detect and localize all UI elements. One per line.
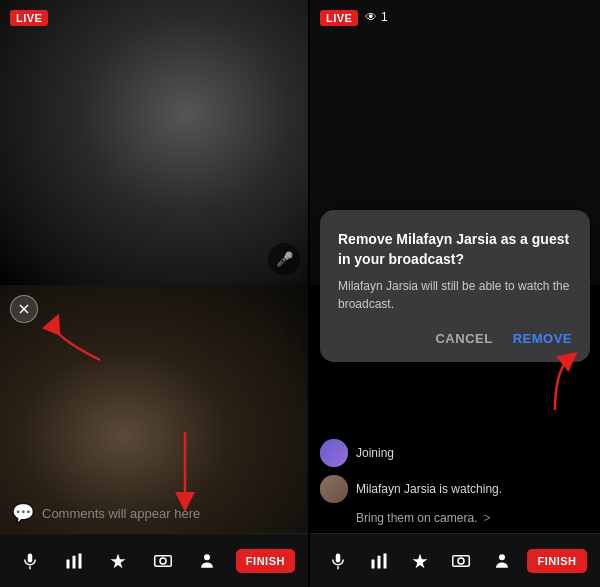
- chat-item-watching: Milafayn Jarsia is watching.: [320, 475, 590, 503]
- svg-rect-2: [28, 553, 33, 562]
- avatar-watching: [320, 475, 348, 503]
- svg-rect-5: [73, 555, 76, 568]
- toolbar-left: FINISH: [0, 533, 310, 587]
- svg-point-9: [204, 554, 210, 560]
- effects-toolbar-icon-left[interactable]: [103, 546, 133, 576]
- svg-point-18: [458, 558, 464, 564]
- right-panel: LIVE 👁 1 ✕ Remove Milafayn Jarsia as a g…: [310, 0, 600, 587]
- comment-bar: 💬 Comments will appear here: [0, 493, 310, 533]
- mic-toolbar-icon-left[interactable]: [15, 546, 45, 576]
- svg-rect-12: [336, 553, 341, 562]
- stats-toolbar-icon-right[interactable]: [364, 546, 394, 576]
- bring-on-camera-text: Bring them on camera.: [356, 511, 477, 525]
- video-bg: [0, 0, 310, 285]
- left-panel: LIVE 🎤 💬 Comments will appear here: [0, 0, 310, 587]
- camera-toolbar-icon-left[interactable]: [148, 546, 178, 576]
- arrow-to-remove: [525, 340, 585, 420]
- mic-button-top-left[interactable]: 🎤: [268, 243, 300, 275]
- panel-divider: [308, 0, 310, 587]
- svg-rect-16: [384, 553, 387, 568]
- eye-icon: 👁: [365, 10, 377, 24]
- person-toolbar-icon-right[interactable]: [487, 546, 517, 576]
- toolbar-right: FINISH: [310, 533, 600, 587]
- avatar-joining: [320, 439, 348, 467]
- video-top-left: LIVE 🎤: [0, 0, 310, 285]
- cancel-button[interactable]: CANCEL: [435, 331, 492, 346]
- live-badge-left: LIVE: [10, 10, 48, 26]
- stats-toolbar-icon-left[interactable]: [59, 546, 89, 576]
- svg-rect-6: [79, 553, 82, 568]
- svg-rect-4: [67, 559, 70, 568]
- chat-item-joining: Joining: [320, 439, 590, 467]
- svg-point-8: [160, 558, 166, 564]
- bring-on-camera-bar[interactable]: Bring them on camera. >: [356, 511, 590, 525]
- chat-area: Joining Milafayn Jarsia is watching. Bri…: [310, 403, 600, 533]
- live-badge-right: LIVE: [320, 10, 358, 26]
- finish-button-left[interactable]: FINISH: [236, 549, 295, 573]
- dialog-description: Milafayn Jarsia will still be able to wa…: [338, 277, 572, 313]
- dialog-title: Remove Milafayn Jarsia as a guest in you…: [338, 230, 572, 269]
- finish-button-right[interactable]: FINISH: [527, 549, 586, 573]
- x-icon: [19, 304, 29, 314]
- bring-on-camera-arrow: >: [483, 511, 490, 525]
- svg-rect-15: [378, 555, 381, 568]
- svg-point-19: [499, 554, 505, 560]
- arrow-to-x: [30, 305, 110, 365]
- joining-text: Joining: [356, 446, 394, 460]
- watching-text: Milafayn Jarsia is watching.: [356, 482, 502, 496]
- mic-toolbar-icon-right[interactable]: [323, 546, 353, 576]
- effects-toolbar-icon-right[interactable]: [405, 546, 435, 576]
- person-toolbar-icon-left[interactable]: [192, 546, 222, 576]
- comment-placeholder: Comments will appear here: [42, 506, 200, 521]
- comment-icon: 💬: [12, 502, 34, 524]
- viewer-number: 1: [381, 10, 388, 24]
- svg-rect-14: [372, 559, 375, 568]
- camera-toolbar-icon-right[interactable]: [446, 546, 476, 576]
- viewer-count: 👁 1: [365, 10, 388, 24]
